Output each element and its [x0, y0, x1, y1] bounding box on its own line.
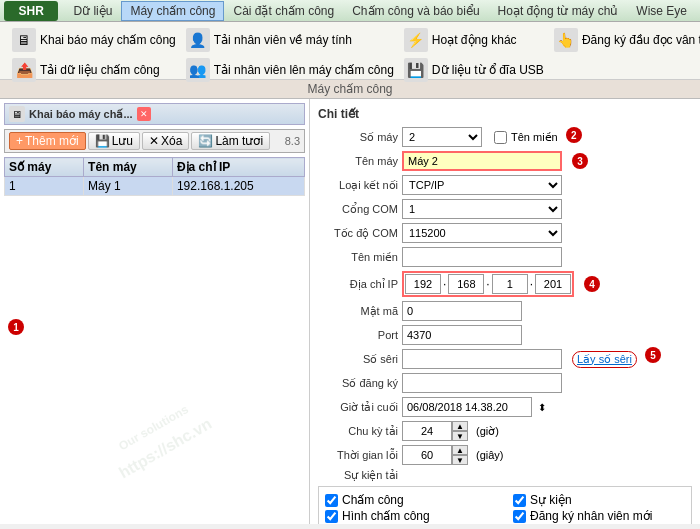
- device-table: Số máy Tên máy Địa chỉ IP 1 Máy 1 192.16…: [4, 157, 305, 196]
- menu-chamcong[interactable]: Chấm công và báo biểu: [343, 1, 488, 21]
- gio-tai-spinner-icon: ⬍: [538, 402, 546, 413]
- annotation-4: 4: [584, 276, 600, 292]
- version-label: 8.3: [285, 135, 300, 147]
- so-seri-input[interactable]: [402, 349, 562, 369]
- cb-sukien[interactable]: [513, 494, 526, 507]
- lay-so-seri-button[interactable]: Lấy số sêri: [572, 351, 637, 368]
- refresh-icon: 🔄: [198, 134, 213, 148]
- dia-chi-ip-label: Địa chỉ IP: [318, 278, 398, 291]
- mat-ma-label: Mật mã: [318, 305, 398, 318]
- thoi-gian-spinner: ▲ ▼: [452, 445, 468, 465]
- so-may-select[interactable]: 2: [402, 127, 482, 147]
- so-dang-ky-input[interactable]: [402, 373, 562, 393]
- toolbar-empty: [550, 56, 700, 84]
- thoi-gian-up[interactable]: ▲: [452, 445, 468, 455]
- tainhanvien-icon: 👤: [186, 28, 210, 52]
- them-moi-button[interactable]: + Thêm mới: [9, 132, 86, 150]
- menu-dulieu[interactable]: Dữ liệu: [64, 1, 121, 21]
- ip-seg-1[interactable]: [405, 274, 441, 294]
- toolbar-tainhanvien[interactable]: 👤 Tải nhân viên về máy tính: [182, 26, 398, 54]
- toc-do-com-row: Tốc độ COM 115200 5760038400: [318, 223, 692, 243]
- ten-mien-checkbox-label: Tên miền: [511, 131, 558, 144]
- table-row[interactable]: 1 Máy 1 192.168.1.205: [5, 177, 305, 196]
- close-panel-button[interactable]: ✕: [137, 107, 151, 121]
- annotation-3: 3: [572, 153, 588, 169]
- ip-seg-2[interactable]: [448, 274, 484, 294]
- save-icon: 💾: [95, 134, 110, 148]
- hoatdong-icon: ⚡: [404, 28, 428, 52]
- ip-seg-3[interactable]: [492, 274, 528, 294]
- menu-hoatdong[interactable]: Hoạt động từ máy chủ: [489, 1, 628, 21]
- mat-ma-input[interactable]: [402, 301, 522, 321]
- sync-item-sukien: Sự kiện: [513, 493, 685, 507]
- cb-chamcong-label: Chấm công: [342, 493, 404, 507]
- luu-button[interactable]: 💾 Lưu: [88, 132, 140, 150]
- cong-com-label: Cổng COM: [318, 203, 398, 216]
- loai-ket-noi-select[interactable]: TCP/IP RS232/RS485: [402, 175, 562, 195]
- toolbar: 🖥 Khai báo máy chấm công 👤 Tải nhân viên…: [0, 22, 700, 80]
- menu-caidat[interactable]: Cài đặt chấm công: [224, 1, 343, 21]
- so-may-row: Số máy 2 Tên miền 2: [318, 127, 692, 147]
- cong-com-select[interactable]: 1 234: [402, 199, 562, 219]
- toolbar-dangky[interactable]: 👆 Đăng ký đầu đọc vân tay: [550, 26, 700, 54]
- port-row: Port: [318, 325, 692, 345]
- ten-mien-input[interactable]: [402, 247, 562, 267]
- panel-icon: 🖥: [9, 106, 25, 122]
- dia-chi-ip-row: Địa chỉ IP · · · 4: [318, 271, 692, 297]
- col-so-may: Số máy: [5, 158, 84, 177]
- tainhanvien2-icon: 👥: [186, 58, 210, 82]
- so-seri-label: Số sêri: [318, 353, 398, 366]
- left-panel: 🖥 Khai báo máy chấ... ✕ + Thêm mới 💾 Lưu…: [0, 99, 310, 524]
- ip-input-group: · · ·: [402, 271, 574, 297]
- ten-mien-row: Tên miền: [318, 247, 692, 267]
- app-logo: SHR: [4, 1, 58, 21]
- chu-ky-up[interactable]: ▲: [452, 421, 468, 431]
- cb-dangkynv-label: Đăng ký nhân viên mới: [530, 509, 652, 523]
- ten-may-row: Tên máy 3: [318, 151, 692, 171]
- menu-maychamcong[interactable]: Máy chấm công: [121, 1, 224, 21]
- cell-dia-chi-ip: 192.168.1.205: [172, 177, 304, 196]
- chu-ky-tai-label: Chu kỳ tải: [318, 425, 398, 438]
- port-input[interactable]: [402, 325, 522, 345]
- thoi-gian-input[interactable]: [402, 445, 452, 465]
- gio-tai-cuoi-input[interactable]: [402, 397, 532, 417]
- chu-ky-input[interactable]: [402, 421, 452, 441]
- toolbar-usb[interactable]: 💾 Dữ liệu từ ổ đĩa USB: [400, 56, 548, 84]
- su-kien-label-row: Sự kiện tải: [318, 469, 692, 482]
- khaibao-icon: 🖥: [12, 28, 36, 52]
- delete-icon: ✕: [149, 134, 159, 148]
- toolbar-khaibao[interactable]: 🖥 Khai báo máy chấm công: [8, 26, 180, 54]
- toolbar-tainhanvien2[interactable]: 👥 Tải nhân viên lên máy chấm công: [182, 56, 398, 84]
- col-dia-chi-ip: Địa chỉ IP: [172, 158, 304, 177]
- cb-sukien-label: Sự kiện: [530, 493, 572, 507]
- usb-icon: 💾: [404, 58, 428, 82]
- toolbar-hoatdong[interactable]: ⚡ Hoạt động khác: [400, 26, 548, 54]
- toc-do-com-label: Tốc độ COM: [318, 227, 398, 240]
- lamtuoi-button[interactable]: 🔄 Làm tươi: [191, 132, 270, 150]
- cb-dangkynv[interactable]: [513, 510, 526, 523]
- menu-wiseeye[interactable]: Wise Eye: [627, 1, 696, 21]
- gio-tai-cuoi-row: Giờ tải cuối ⬍: [318, 397, 692, 417]
- ten-may-input[interactable]: [402, 151, 562, 171]
- so-dang-ky-label: Số đăng ký: [318, 377, 398, 390]
- panel-title-bar: 🖥 Khai báo máy chấ... ✕: [4, 103, 305, 125]
- sync-item-chamcong: Chấm công: [325, 493, 497, 507]
- cb-hinhanh[interactable]: [325, 510, 338, 523]
- ten-mien-label: Tên miền: [318, 251, 398, 264]
- ten-mien-checkbox[interactable]: [494, 131, 507, 144]
- thoi-gian-down[interactable]: ▼: [452, 455, 468, 465]
- dangky-icon: 👆: [554, 28, 578, 52]
- cb-chamcong[interactable]: [325, 494, 338, 507]
- taidulieu-icon: 📤: [12, 58, 36, 82]
- action-bar: + Thêm mới 💾 Lưu ✕ Xóa 🔄 Làm tươi 8.3: [4, 129, 305, 153]
- annotation-5: 5: [645, 347, 661, 363]
- toc-do-com-select[interactable]: 115200 5760038400: [402, 223, 562, 243]
- toolbar-taidulieu[interactable]: 📤 Tải dữ liệu chấm công: [8, 56, 180, 84]
- xoa-button[interactable]: ✕ Xóa: [142, 132, 189, 150]
- annotation-2: 2: [566, 127, 582, 143]
- ip-seg-4[interactable]: [535, 274, 571, 294]
- sync-item-hinhanh: Hình chấm công: [325, 509, 497, 523]
- cell-ten-may: Máy 1: [84, 177, 173, 196]
- chu-ky-down[interactable]: ▼: [452, 431, 468, 441]
- annotation-1: 1: [8, 319, 24, 335]
